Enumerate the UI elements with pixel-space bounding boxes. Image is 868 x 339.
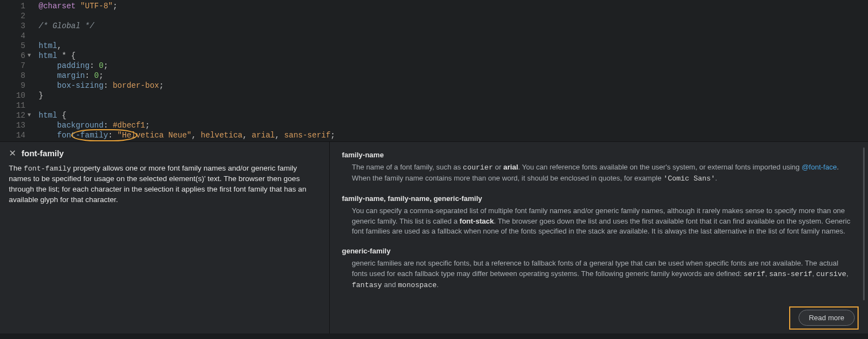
close-icon[interactable]: ✕ — [9, 149, 16, 158]
doc-value-description: generic families are not specific fonts,… — [342, 258, 853, 291]
line-number: 11 — [0, 100, 25, 110]
doc-value-block: generic-familygeneric families are not s… — [342, 247, 853, 291]
doc-value-title: generic-family — [342, 247, 853, 255]
line-number: 8 — [0, 71, 25, 81]
code-line[interactable]: margin: 0; — [39, 71, 868, 81]
doc-summary-pane: ✕ font-family The font-family property a… — [0, 142, 330, 333]
line-number: 12▼ — [0, 110, 25, 120]
code-line[interactable]: font-family: "Helvetica Neue", helvetica… — [39, 130, 868, 140]
line-number: 14 — [0, 130, 25, 140]
read-more-button[interactable]: Read more — [799, 310, 855, 326]
code-line[interactable]: html, — [39, 41, 868, 51]
code-line[interactable]: html * { — [39, 51, 868, 61]
code-line[interactable] — [39, 100, 868, 110]
line-number: 2 — [0, 11, 25, 21]
doc-link[interactable]: @font-face — [802, 163, 837, 171]
doc-value-description: You can specify a comma-separated list o… — [342, 206, 853, 237]
doc-title: font-family — [22, 149, 64, 158]
code-area[interactable]: @charset "UTF-8";/* Global */html,html *… — [29, 1, 868, 141]
documentation-panel: ✕ font-family The font-family property a… — [0, 141, 868, 333]
doc-values-pane: family-nameThe name of a font family, su… — [330, 142, 868, 333]
code-editor[interactable]: 123456▼789101112▼1314 @charset "UTF-8";/… — [0, 0, 868, 141]
line-number-gutter: 123456▼789101112▼1314 — [0, 1, 29, 141]
code-line[interactable]: box-sizing: border-box; — [39, 81, 868, 91]
scrollbar[interactable] — [863, 147, 865, 300]
line-number: 7 — [0, 61, 25, 71]
code-line[interactable] — [39, 31, 868, 41]
line-number: 6▼ — [0, 51, 25, 61]
line-number: 10 — [0, 91, 25, 100]
line-number: 9 — [0, 81, 25, 91]
line-number: 13 — [0, 120, 25, 130]
line-number: 1 — [0, 1, 25, 11]
code-line[interactable]: padding: 0; — [39, 61, 868, 71]
line-number: 4 — [0, 31, 25, 41]
bottom-bar — [0, 333, 868, 339]
code-line[interactable] — [39, 11, 868, 21]
code-line[interactable]: /* Global */ — [39, 21, 868, 31]
code-line[interactable]: background: #dbecf1; — [39, 120, 868, 130]
code-line[interactable]: } — [39, 91, 868, 100]
doc-value-block: family-nameThe name of a font family, su… — [342, 151, 853, 184]
code-line[interactable]: html { — [39, 110, 868, 120]
doc-value-title: family-name, family-name, generic-family — [342, 194, 853, 203]
line-number: 3 — [0, 21, 25, 31]
doc-description: The font-family property allows one or m… — [9, 163, 317, 205]
doc-value-description: The name of a font family, such as couri… — [342, 162, 853, 184]
line-number: 5 — [0, 41, 25, 51]
doc-value-title: family-name — [342, 151, 853, 159]
doc-value-block: family-name, family-name, generic-family… — [342, 194, 853, 237]
code-line[interactable]: @charset "UTF-8"; — [39, 1, 868, 11]
